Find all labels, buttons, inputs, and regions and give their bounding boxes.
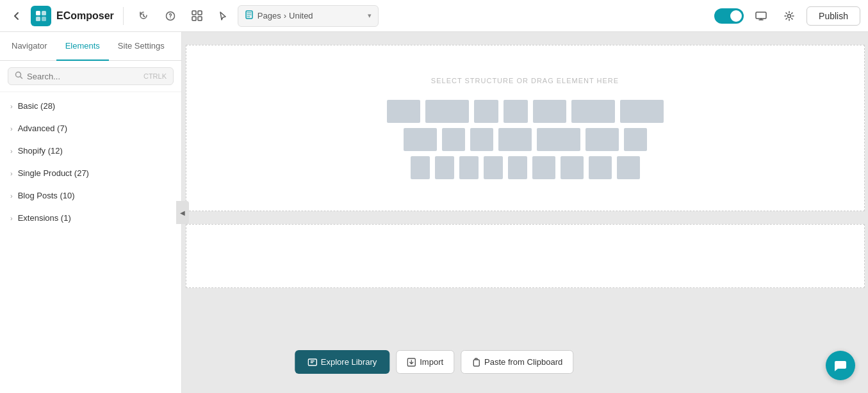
- topbar-divider: [123, 7, 124, 25]
- chevron-icon: ›: [10, 214, 13, 222]
- page-selector[interactable]: Pages › United ▾: [238, 5, 379, 27]
- structure-cell[interactable]: [504, 100, 528, 123]
- svg-rect-11: [756, 12, 766, 19]
- structure-cell[interactable]: [532, 156, 555, 179]
- sidebar-items: › Basic (28) › Advanced (7) › Shopify (1…: [0, 92, 181, 393]
- search-input[interactable]: [27, 72, 140, 81]
- topbar: EComposer: [0, 0, 868, 32]
- explore-library-label: Explore Library: [321, 357, 377, 367]
- structure-cell[interactable]: [624, 128, 647, 151]
- preview-toggle[interactable]: ✦: [714, 8, 744, 24]
- structure-cell[interactable]: [411, 156, 430, 179]
- structure-cell[interactable]: [484, 156, 503, 179]
- chevron-icon: ›: [10, 102, 13, 110]
- svg-rect-0: [36, 11, 40, 15]
- structure-cell[interactable]: [498, 128, 532, 151]
- chevron-icon: ›: [10, 147, 13, 155]
- structure-cell[interactable]: [459, 156, 479, 179]
- sidebar-item-advanced[interactable]: › Advanced (7): [0, 117, 181, 140]
- canvas-block-bottom[interactable]: [186, 224, 865, 288]
- chevron-icon: ›: [10, 125, 13, 132]
- sidebar-item-label: Single Product (27): [18, 168, 89, 178]
- canvas-area: SELECT STRUCTURE OR DRAG ELEMENT HERE: [182, 32, 868, 393]
- structure-cell[interactable]: [620, 100, 664, 123]
- logo-text: EComposer: [56, 10, 114, 22]
- chat-button[interactable]: [826, 351, 855, 380]
- structure-cell[interactable]: [442, 128, 465, 151]
- sidebar-item-blog-posts[interactable]: › Blog Posts (10): [0, 184, 181, 207]
- sidebar-item-shopify[interactable]: › Shopify (12): [0, 140, 181, 162]
- search-input-wrapper: CTRLK: [8, 67, 174, 85]
- grid-view-button[interactable]: [186, 5, 208, 27]
- structure-cell[interactable]: [585, 128, 619, 151]
- sidebar-collapse-button[interactable]: ◀: [176, 201, 189, 224]
- sidebar-item-label: Basic (28): [18, 101, 56, 111]
- svg-rect-16: [473, 360, 479, 366]
- tab-navigator[interactable]: Navigator: [3, 32, 56, 61]
- svg-rect-3: [42, 17, 46, 21]
- structure-cell[interactable]: [508, 156, 527, 179]
- explore-library-button[interactable]: Explore Library: [295, 350, 389, 374]
- structure-cell[interactable]: [435, 156, 454, 179]
- tab-elements[interactable]: Elements: [56, 32, 109, 61]
- page-selector-chevron-icon: ▾: [368, 12, 372, 20]
- sidebar-item-label: Extensions (1): [18, 213, 71, 223]
- structure-cell[interactable]: [533, 100, 566, 123]
- svg-rect-9: [198, 17, 202, 20]
- history-button[interactable]: [133, 5, 154, 27]
- paste-from-clipboard-button[interactable]: Paste from Clipboard: [461, 350, 573, 374]
- cursor-tool-button[interactable]: [212, 5, 234, 27]
- svg-point-5: [170, 17, 171, 19]
- chevron-icon: ›: [10, 192, 13, 200]
- tab-site-settings[interactable]: Site Settings: [109, 32, 174, 61]
- canvas-block-main[interactable]: SELECT STRUCTURE OR DRAG ELEMENT HERE: [186, 45, 865, 211]
- sidebar-search: CTRLK: [0, 61, 181, 92]
- sidebar-tabs: Navigator Elements Site Settings: [0, 32, 181, 61]
- desktop-view-button[interactable]: [750, 5, 772, 27]
- import-icon: [407, 358, 416, 367]
- structure-cell[interactable]: [561, 156, 584, 179]
- structure-cell[interactable]: [617, 156, 640, 179]
- structure-row-3: [384, 156, 666, 179]
- sidebar-item-extensions[interactable]: › Extensions (1): [0, 207, 181, 229]
- sidebar-item-basic[interactable]: › Basic (28): [0, 95, 181, 117]
- sidebar-item-label: Advanced (7): [18, 124, 67, 133]
- breadcrumb: Pages › United: [258, 11, 313, 20]
- svg-rect-8: [192, 17, 196, 20]
- search-shortcut: CTRLK: [143, 72, 167, 80]
- breadcrumb-separator: ›: [284, 11, 286, 20]
- pages-label: Pages: [258, 11, 281, 20]
- structure-cell[interactable]: [474, 100, 498, 123]
- import-button[interactable]: Import: [396, 350, 454, 374]
- svg-rect-1: [42, 11, 46, 15]
- page-name: United: [289, 11, 313, 20]
- topbar-right: ✦ Publish: [714, 5, 860, 27]
- explore-icon: [307, 358, 317, 367]
- structure-cell[interactable]: [589, 156, 612, 179]
- logo-icon: [31, 6, 51, 26]
- svg-point-12: [788, 14, 791, 17]
- structure-cell[interactable]: [537, 128, 580, 151]
- toggle-wrapper: ✦: [714, 8, 744, 24]
- settings-button[interactable]: [778, 5, 800, 27]
- chevron-icon: ›: [10, 170, 13, 177]
- main-layout: Navigator Elements Site Settings CTRLK ›…: [0, 32, 868, 393]
- toggle-star-icon: ✦: [735, 12, 741, 19]
- structure-cell[interactable]: [404, 128, 437, 151]
- paste-label: Paste from Clipboard: [484, 357, 562, 367]
- publish-button[interactable]: Publish: [807, 6, 860, 26]
- structure-row-2: [384, 128, 666, 151]
- sidebar-item-single-product[interactable]: › Single Product (27): [0, 162, 181, 184]
- structure-cell[interactable]: [571, 100, 615, 123]
- sidebar-item-label: Shopify (12): [18, 146, 63, 156]
- topbar-left: EComposer: [8, 5, 181, 27]
- structure-cell[interactable]: [425, 100, 469, 123]
- search-icon: [15, 71, 23, 81]
- topbar-middle: Pages › United ▾: [186, 5, 709, 27]
- help-button[interactable]: [160, 5, 181, 27]
- back-button[interactable]: [8, 7, 26, 25]
- footer-actions: Explore Library Import Paste from Clipbo…: [295, 350, 573, 374]
- structure-cell[interactable]: [470, 128, 493, 151]
- structure-cell[interactable]: [387, 100, 420, 123]
- svg-rect-6: [192, 11, 196, 15]
